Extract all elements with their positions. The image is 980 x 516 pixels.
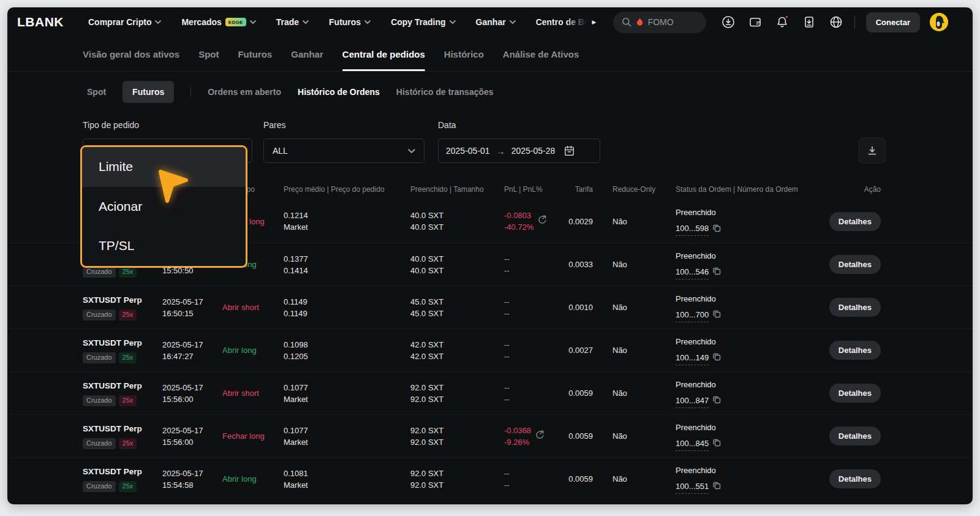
margin-mode-badge: Cruzado — [83, 267, 116, 278]
dropdown-option-tpsl[interactable]: TP/SL — [82, 226, 246, 266]
copy-icon[interactable] — [712, 224, 721, 235]
header-price: Preço médio | Preço do pedido — [284, 185, 410, 194]
order-price: 0.1414 — [284, 265, 410, 276]
chevron-down-icon — [155, 20, 161, 24]
chevron-down-icon — [408, 149, 415, 153]
subnav-historico[interactable]: Histórico — [444, 37, 484, 71]
pnl-percent: -- — [504, 351, 510, 362]
nav-ganhar[interactable]: Ganhar — [476, 17, 516, 27]
order-id[interactable]: 100...598 — [676, 222, 709, 236]
details-button[interactable]: Detalhes — [829, 384, 881, 403]
app-download-icon[interactable] — [802, 15, 816, 29]
margin-mode-badge: Cruzado — [83, 309, 116, 321]
order-size: 40.0 SXT — [410, 221, 504, 233]
copy-icon[interactable] — [712, 395, 721, 407]
copy-icon[interactable] — [712, 352, 721, 364]
calendar-icon — [564, 145, 575, 157]
leverage-badge: 25x — [119, 309, 137, 321]
nav-futuros[interactable]: Futuros — [329, 17, 371, 27]
symbol: SXTUSDT Perp — [83, 380, 162, 392]
avg-price: 0.1077 — [284, 382, 410, 393]
order-date: 2025-05-17 — [162, 339, 206, 351]
tab-historico-de-ordens[interactable]: Histórico de Ordens — [298, 87, 380, 97]
order-id[interactable]: 100...700 — [676, 309, 709, 322]
subnav-analise-de-ativos[interactable]: Análise de Ativos — [503, 37, 579, 71]
pnl-values: -- -- — [504, 339, 510, 362]
order-id[interactable]: 100...847 — [676, 395, 709, 408]
copy-icon[interactable] — [712, 481, 721, 493]
fee: 0.0010 — [559, 302, 593, 313]
divider — [190, 87, 191, 97]
market-toggle-spot[interactable]: Spot — [87, 87, 106, 97]
tab-historico-de-transacoes[interactable]: Histórico de transações — [396, 87, 494, 97]
pairs-select[interactable]: ALL — [263, 138, 424, 163]
order-id[interactable]: 100...546 — [676, 266, 709, 279]
filled-amount: 40.0 SXT — [410, 210, 504, 221]
nav-comprar-cripto[interactable]: Comprar Cripto — [88, 17, 161, 27]
market-toggle-futuros[interactable]: Futuros — [123, 81, 174, 103]
tab-ordens-em-aberto[interactable]: Ordens em aberto — [208, 87, 281, 97]
copy-icon[interactable] — [712, 438, 721, 450]
subnav-visao-geral[interactable]: Visão geral dos ativos — [83, 37, 179, 71]
globe-language-icon[interactable] — [829, 15, 843, 29]
pnl: -0.0368 — [504, 425, 531, 436]
subnav-futuros[interactable]: Futuros — [238, 37, 272, 71]
details-button[interactable]: Detalhes — [829, 255, 881, 274]
pnl-percent: -- — [504, 308, 510, 319]
subnav-spot[interactable]: Spot — [198, 37, 219, 71]
fee: 0.0029 — [559, 216, 593, 227]
details-button[interactable]: Detalhes — [829, 298, 881, 317]
filled-amount: 92.0 SXT — [410, 468, 504, 479]
copy-icon[interactable] — [712, 309, 721, 321]
nav-mercados[interactable]: Mercados EDGE — [181, 17, 255, 27]
nav-copy-trading[interactable]: Copy Trading — [391, 17, 455, 27]
details-button[interactable]: Detalhes — [829, 427, 881, 446]
export-download-button[interactable] — [859, 137, 886, 164]
order-date: 2025-05-17 — [162, 468, 206, 479]
filled-amount: 45.0 SXT — [410, 296, 504, 308]
order-date: 2025-05-17 — [162, 296, 206, 308]
table-row: SXTUSDT Perp Cruzado 25x 2025-05-17 15:5… — [7, 371, 973, 414]
top-navbar: LBANK Comprar Cripto Mercados EDGE Trade… — [7, 7, 973, 37]
chevron-down-icon — [510, 20, 516, 24]
order-id[interactable]: 100...551 — [676, 480, 709, 494]
nav-centro-de-bonus[interactable]: Centro de Bô ▶ — [536, 17, 597, 27]
details-button[interactable]: Detalhes — [829, 469, 881, 488]
reduce-only: Não — [612, 216, 668, 227]
order-id[interactable]: 100...149 — [676, 352, 709, 365]
notifications-bell-icon[interactable] — [775, 15, 790, 29]
order-time: 15:56:00 — [162, 393, 206, 405]
connect-button[interactable]: Conectar — [866, 12, 920, 32]
order-id[interactable]: 100...845 — [676, 438, 709, 451]
date-range-picker[interactable]: 2025-05-01 → 2025-05-28 — [438, 138, 600, 163]
share-pnl-icon[interactable] — [538, 215, 547, 227]
order-status: Preenchido — [676, 336, 798, 347]
margin-mode-badge: Cruzado — [83, 481, 116, 492]
avg-price: 0.1149 — [284, 296, 410, 308]
search-input[interactable]: FOMO — [613, 12, 706, 33]
notification-dot — [785, 15, 789, 19]
copy-icon[interactable] — [712, 267, 721, 278]
order-date: 2025-05-17 — [162, 382, 206, 393]
avatar[interactable] — [930, 13, 948, 31]
order-side: Abrir long — [222, 346, 257, 355]
order-status: Preenchido — [676, 422, 798, 433]
pnl-percent: -40.72% — [504, 221, 533, 233]
reduce-only: Não — [612, 344, 668, 356]
nav-trade[interactable]: Trade — [276, 17, 309, 27]
details-button[interactable]: Detalhes — [829, 212, 881, 231]
share-pnl-icon[interactable] — [535, 430, 545, 442]
details-button[interactable]: Detalhes — [829, 341, 881, 360]
navbar-divider — [854, 15, 855, 29]
order-center-tabs: Spot Futuros Ordens em aberto Histórico … — [87, 80, 973, 104]
pnl: -- — [504, 253, 510, 265]
search-term: FOMO — [648, 17, 674, 27]
download-icon — [867, 145, 878, 156]
order-side: Abrir long — [222, 474, 257, 484]
subnav-central-de-pedidos[interactable]: Central de pedidos — [342, 37, 425, 71]
subnav-ganhar[interactable]: Ganhar — [291, 37, 323, 71]
download-circle-icon[interactable] — [721, 15, 736, 29]
app-window: LBANK Comprar Cripto Mercados EDGE Trade… — [7, 7, 973, 504]
wallet-icon[interactable] — [748, 15, 763, 29]
avg-price: 0.1377 — [284, 253, 410, 265]
